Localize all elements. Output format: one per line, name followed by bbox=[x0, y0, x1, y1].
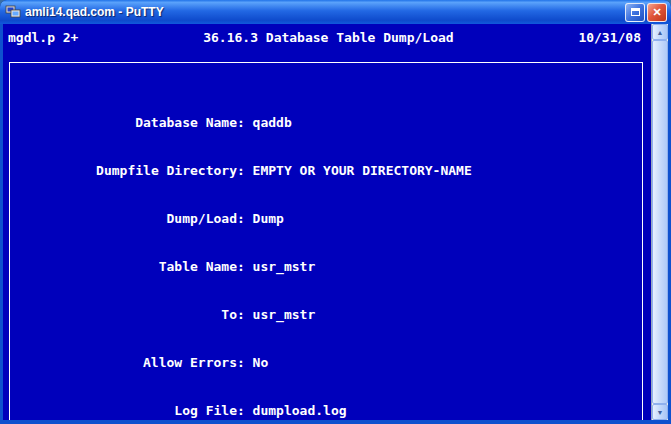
field-value: usr_mstr bbox=[253, 259, 316, 274]
field-to: To:usr_mstr bbox=[10, 291, 642, 307]
scrollbar-up-button[interactable]: ▲ bbox=[652, 24, 668, 40]
field-database-name: Database Name:qaddb bbox=[10, 99, 642, 115]
field-dump-load: Dump/Load:Dump bbox=[10, 195, 642, 211]
titlebar[interactable]: amli14.qad.com - PuTTY ✕ bbox=[0, 0, 671, 24]
window-title: amli14.qad.com - PuTTY bbox=[25, 5, 621, 19]
putty-icon bbox=[5, 4, 21, 20]
scrollbar: ▲ ▼ bbox=[651, 24, 668, 420]
scrollbar-thumb[interactable] bbox=[652, 40, 668, 404]
field-label: To: bbox=[96, 307, 245, 323]
field-value: usr_mstr bbox=[253, 307, 316, 322]
down-arrow-icon: ▼ bbox=[657, 409, 664, 416]
terminal-screen[interactable]: mgdl.p 2+ 36.16.3 Database Table Dump/Lo… bbox=[3, 24, 651, 420]
field-label: Dump/Load: bbox=[96, 211, 245, 227]
field-value: qaddb bbox=[253, 115, 292, 130]
screen-header: mgdl.p 2+ 36.16.3 Database Table Dump/Lo… bbox=[8, 30, 651, 46]
program-name: mgdl.p 2+ bbox=[8, 30, 78, 46]
field-label: Table Name: bbox=[96, 259, 245, 275]
window-body: mgdl.p 2+ 36.16.3 Database Table Dump/Lo… bbox=[0, 24, 671, 424]
screen-date: 10/31/08 bbox=[578, 30, 641, 46]
field-dumpfile-directory: Dumpfile Directory:EMPTY OR YOUR DIRECTO… bbox=[10, 147, 642, 163]
field-label: Dumpfile Directory: bbox=[96, 163, 245, 179]
field-value: EMPTY OR YOUR DIRECTORY-NAME bbox=[253, 163, 472, 178]
field-value: dumpload.log bbox=[253, 403, 347, 418]
blank-line bbox=[8, 46, 651, 62]
maximize-icon bbox=[631, 8, 640, 16]
screen-title: 36.16.3 Database Table Dump/Load bbox=[78, 30, 578, 46]
up-arrow-icon: ▲ bbox=[657, 29, 664, 36]
field-table-name: Table Name:usr_mstr bbox=[10, 243, 642, 259]
field-label: Database Name: bbox=[96, 115, 245, 131]
field-allow-errors: Allow Errors:No bbox=[10, 339, 642, 355]
field-label: Log File: bbox=[96, 403, 245, 419]
maximize-button[interactable] bbox=[625, 3, 645, 22]
field-value: Dump bbox=[253, 211, 284, 226]
field-label: Allow Errors: bbox=[96, 355, 245, 371]
scrollbar-down-button[interactable]: ▼ bbox=[652, 404, 668, 420]
window-controls: ✕ bbox=[625, 3, 667, 22]
field-value: No bbox=[253, 355, 269, 370]
close-icon: ✕ bbox=[652, 7, 661, 18]
field-log-file: Log File:dumpload.log bbox=[10, 387, 642, 403]
form-box: Database Name:qaddb Dumpfile Directory:E… bbox=[9, 62, 643, 420]
putty-window: amli14.qad.com - PuTTY ✕ mgdl.p 2+ 36.16… bbox=[0, 0, 671, 424]
close-button[interactable]: ✕ bbox=[647, 3, 667, 22]
